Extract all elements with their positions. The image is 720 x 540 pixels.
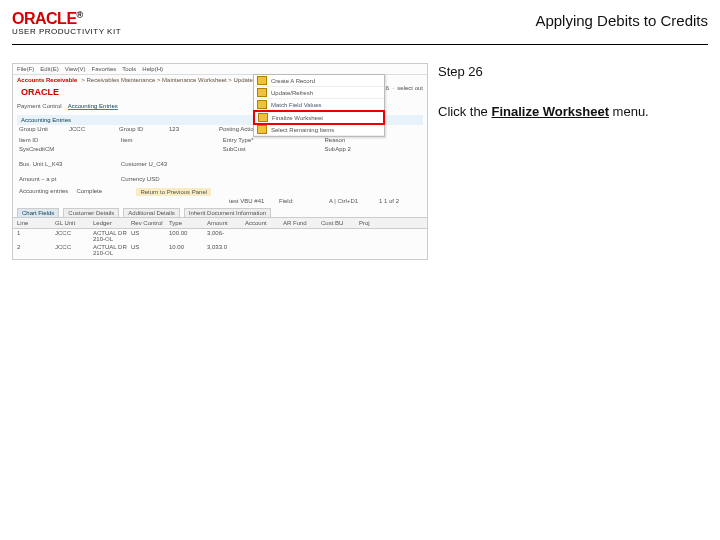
tab-payment-control[interactable]: Payment Control [17, 103, 62, 110]
value: Complete [76, 188, 118, 196]
th: Proj [359, 220, 393, 226]
gridtab-customer[interactable]: Customer Details [63, 208, 119, 217]
menu-tools: Tools [122, 66, 136, 72]
value: U_C43 [149, 161, 168, 167]
td: 100.00 [169, 230, 203, 242]
file-icon [257, 76, 267, 85]
gridtab-chartfields[interactable]: Chart Fields [17, 208, 59, 217]
label: Accounting entries [19, 188, 68, 196]
grid-tabs: Chart Fields Customer Details Additional… [13, 205, 427, 217]
instr-bold: Finalize Worksheet [491, 104, 609, 119]
instr-pre: Click the [438, 104, 491, 119]
gridtab-additional[interactable]: Additional Details [123, 208, 179, 217]
tab-accounting-entries[interactable]: Accounting Entries [68, 103, 118, 110]
menu-label: Select Remaining Items [271, 127, 334, 133]
label: Entry Type* [223, 137, 254, 143]
app-logo-inner: ORACLE [17, 85, 63, 99]
label: Amount [19, 176, 40, 182]
file-icon [257, 88, 267, 97]
instruction-text: Click the Finalize Worksheet menu. [438, 103, 649, 121]
th: AR Fund [283, 220, 317, 226]
oracle-logo: ORACLE® [12, 10, 121, 28]
file-icon [257, 100, 267, 109]
value: L_K43 [45, 161, 62, 167]
menu-item-select[interactable]: Select Remaining Items [254, 124, 384, 136]
value: JCCC [69, 126, 111, 132]
th: GL Unit [55, 220, 89, 226]
td: 3,033.0 [207, 244, 241, 256]
td: 1 [17, 230, 51, 242]
value: SubCust [223, 146, 246, 152]
menu-fav: Favorites [92, 66, 117, 72]
menu-edit: Edit(E) [40, 66, 58, 72]
label: Group ID [119, 126, 161, 132]
value: SubApp 2 [325, 146, 351, 152]
td: 3,006- [207, 230, 241, 242]
info: test VBU #41 [229, 198, 271, 204]
menu-label: Create A Record [271, 78, 315, 84]
info: Field: [279, 198, 321, 204]
th: Rev Control [131, 220, 165, 226]
th: Account [245, 220, 279, 226]
menu-item-finalize[interactable]: Finalize Worksheet [253, 110, 385, 125]
brand-suffix: ® [77, 10, 83, 20]
th: Amount [207, 220, 241, 226]
label: Item ID [19, 137, 38, 143]
file-icon [257, 125, 267, 134]
td: JCCC [55, 244, 89, 256]
value: 123 [169, 126, 211, 132]
dropdown-menu: Create A Record Update/Refresh Match Fie… [253, 74, 385, 137]
th: Ledger [93, 220, 127, 226]
menu-label: Match Field Values [271, 102, 322, 108]
label: Customer [121, 161, 147, 167]
return-link[interactable]: Return to Previous Panel [136, 188, 211, 196]
screenshot-preview: File(F) Edit(E) View(V) Favorites Tools … [12, 63, 428, 260]
brand-block: ORACLE® USER PRODUCTIVITY KIT [12, 10, 121, 36]
status-text: select out [397, 85, 423, 91]
menu-label: Finalize Worksheet [272, 115, 323, 121]
value: USD [147, 176, 160, 182]
gridtab-inherit[interactable]: Inherit Document Information [184, 208, 271, 217]
table-row: 1 JCCC ACTUAL DR 210-OL US 100.00 3,006- [13, 229, 427, 243]
label: Group Unit [19, 126, 61, 132]
info: 1 1 of 2 [379, 198, 421, 204]
td: US [131, 230, 165, 242]
file-icon [258, 113, 268, 122]
th: Line [17, 220, 51, 226]
td: ACTUAL DR 210-OL [93, 244, 127, 256]
page-title: Applying Debits to Credits [535, 12, 708, 29]
brand-text: ORACLE [12, 10, 77, 27]
subbrand-text: USER PRODUCTIVITY KIT [12, 27, 121, 36]
instruction-panel: Step 26 Click the Finalize Worksheet men… [438, 63, 649, 260]
menu-help: Help(H) [142, 66, 163, 72]
info: A | Ctrl+D1 [329, 198, 371, 204]
td: ACTUAL DR 210-OL [93, 230, 127, 242]
menu-view: View(V) [65, 66, 86, 72]
td: 10.00 [169, 244, 203, 256]
value: – a pt [41, 176, 56, 182]
crumb-root: Accounts Receivable [17, 77, 77, 83]
table-header: Line GL Unit Ledger Rev Control Type Amo… [13, 217, 427, 229]
label: Currency [121, 176, 145, 182]
td: 2 [17, 244, 51, 256]
label: Bus. Unit [19, 161, 43, 167]
menu-item-update[interactable]: Update/Refresh [254, 87, 384, 99]
th: Type [169, 220, 203, 226]
table-row: 2 JCCC ACTUAL DR 210-OL US 10.00 3,033.0 [13, 243, 427, 257]
label: Item [121, 137, 133, 143]
td: US [131, 244, 165, 256]
step-label: Step 26 [438, 63, 649, 81]
td: JCCC [55, 230, 89, 242]
menu-label: Update/Refresh [271, 90, 313, 96]
menu-file: File(F) [17, 66, 34, 72]
label: Reason [325, 137, 346, 143]
value: SysCreditCM [19, 146, 54, 152]
instr-post: menu. [609, 104, 649, 119]
th: Cust BU [321, 220, 355, 226]
menu-item-create[interactable]: Create A Record [254, 75, 384, 87]
